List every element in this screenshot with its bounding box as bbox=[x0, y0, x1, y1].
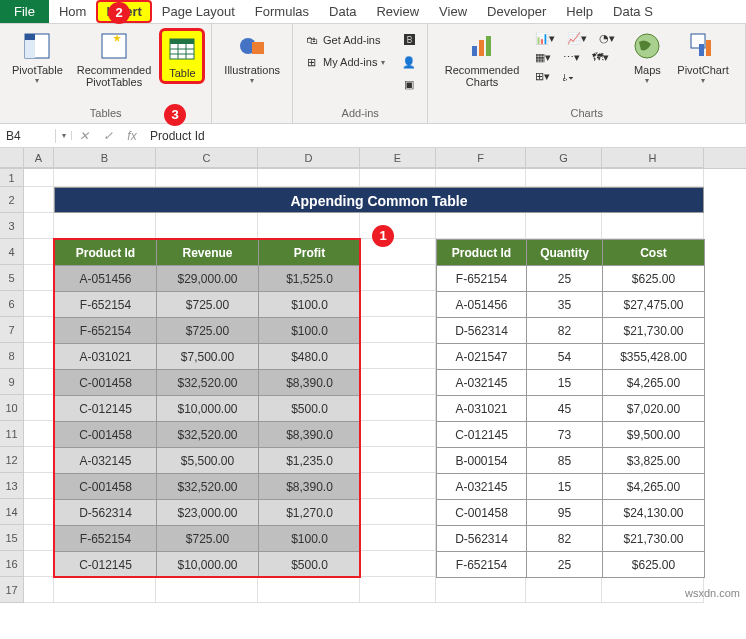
cells-area[interactable]: Appending Common Table Product Id Revenu… bbox=[24, 169, 746, 603]
col-header[interactable]: D bbox=[258, 148, 360, 168]
table-row[interactable]: C-012145$10,000.00$500.0 bbox=[55, 396, 361, 422]
menu-tab-view[interactable]: View bbox=[429, 0, 477, 23]
col-header[interactable]: G bbox=[526, 148, 602, 168]
row-header[interactable]: 4 bbox=[0, 239, 24, 265]
cancel-formula-button[interactable]: ✕ bbox=[72, 129, 96, 143]
row-header[interactable]: 16 bbox=[0, 551, 24, 577]
statistic-chart-button[interactable]: ⊞▾ bbox=[531, 68, 554, 85]
hierarchy-chart-button[interactable]: ▦▾ bbox=[531, 49, 555, 66]
menu-tab-formulas[interactable]: Formulas bbox=[245, 0, 319, 23]
row-header[interactable]: 14 bbox=[0, 499, 24, 525]
table-cell: $4,265.00 bbox=[603, 474, 705, 500]
pivotchart-button[interactable]: PivotChart ▾ bbox=[671, 28, 734, 87]
line-chart-button[interactable]: 📈▾ bbox=[563, 30, 591, 47]
table-row[interactable]: F-652154$725.00$100.0 bbox=[55, 526, 361, 552]
table-row[interactable]: A-03214515$4,265.00 bbox=[437, 474, 705, 500]
col-header[interactable]: C bbox=[156, 148, 258, 168]
table-row[interactable]: C-001458$32,520.00$8,390.0 bbox=[55, 370, 361, 396]
table-row[interactable]: F-652154$725.00$100.0 bbox=[55, 292, 361, 318]
menu-tab-help[interactable]: Help bbox=[556, 0, 603, 23]
row-header[interactable]: 1 bbox=[0, 169, 24, 187]
col-header[interactable]: A bbox=[24, 148, 54, 168]
map-chart-button[interactable]: 🗺▾ bbox=[588, 49, 613, 66]
table-row[interactable]: C-01214573$9,500.00 bbox=[437, 422, 705, 448]
pivottable-button[interactable]: PivotTable ▾ bbox=[6, 28, 69, 87]
table-row[interactable]: C-012145$10,000.00$500.0 bbox=[55, 552, 361, 578]
row-header[interactable]: 15 bbox=[0, 525, 24, 551]
table-row[interactable]: F-652154$725.00$100.0 bbox=[55, 318, 361, 344]
col-header[interactable]: F bbox=[436, 148, 526, 168]
table-row[interactable]: D-56231482$21,730.00 bbox=[437, 526, 705, 552]
menu-tab-review[interactable]: Review bbox=[366, 0, 429, 23]
table-cell: 45 bbox=[527, 396, 603, 422]
col-header[interactable]: H bbox=[602, 148, 704, 168]
maps-button[interactable]: Maps ▾ bbox=[625, 28, 669, 87]
table-row[interactable]: A-05145635$27,475.00 bbox=[437, 292, 705, 318]
bing-maps-button[interactable]: 🅱 bbox=[397, 30, 421, 50]
table-row[interactable]: D-562314$23,000.00$1,270.0 bbox=[55, 500, 361, 526]
table-row[interactable]: B-00015485$3,825.00 bbox=[437, 448, 705, 474]
col-header[interactable]: B bbox=[54, 148, 156, 168]
select-all-corner[interactable] bbox=[0, 148, 24, 168]
recommended-pivottables-button[interactable]: Recommended PivotTables bbox=[71, 28, 158, 90]
table-row[interactable]: A-02154754$355,428.00 bbox=[437, 344, 705, 370]
table-1[interactable]: Product Id Revenue Profit A-051456$29,00… bbox=[54, 239, 361, 578]
table-row[interactable]: C-00145895$24,130.00 bbox=[437, 500, 705, 526]
table-row[interactable]: A-032145$5,500.00$1,235.0 bbox=[55, 448, 361, 474]
table1-header: Revenue bbox=[157, 240, 259, 266]
table-row[interactable]: A-031021$7,500.00$480.0 bbox=[55, 344, 361, 370]
row-header[interactable]: 11 bbox=[0, 421, 24, 447]
menu-tab-developer[interactable]: Developer bbox=[477, 0, 556, 23]
fx-button[interactable]: fx bbox=[120, 129, 144, 143]
table-row[interactable]: C-001458$32,520.00$8,390.0 bbox=[55, 474, 361, 500]
recommended-pivottables-icon bbox=[98, 30, 130, 62]
my-addins-button[interactable]: ⊞My Add-ins ▾ bbox=[299, 52, 389, 72]
row-header[interactable]: 5 bbox=[0, 265, 24, 291]
formula-input[interactable]: Product Id bbox=[144, 129, 746, 143]
combo-chart-button[interactable]: ⫰▾ bbox=[558, 68, 578, 85]
table-row[interactable]: D-56231482$21,730.00 bbox=[437, 318, 705, 344]
row-header[interactable]: 13 bbox=[0, 473, 24, 499]
table-cell: D-562314 bbox=[437, 526, 527, 552]
table-row[interactable]: A-051456$29,000.00$1,525.0 bbox=[55, 266, 361, 292]
table-row[interactable]: A-03214515$4,265.00 bbox=[437, 370, 705, 396]
recommended-charts-button[interactable]: Recommended Charts bbox=[439, 28, 526, 90]
chevron-down-icon: ▾ bbox=[645, 76, 649, 85]
enter-formula-button[interactable]: ✓ bbox=[96, 129, 120, 143]
table-cell: 82 bbox=[527, 318, 603, 344]
table-2[interactable]: Product Id Quantity Cost F-65215425$625.… bbox=[436, 239, 705, 578]
row-header[interactable]: 3 bbox=[0, 213, 24, 239]
table-button[interactable]: Table bbox=[159, 28, 205, 84]
row-header[interactable]: 12 bbox=[0, 447, 24, 473]
table-cell: $32,520.00 bbox=[157, 422, 259, 448]
menu-tab-page-layout[interactable]: Page Layout bbox=[152, 0, 245, 23]
scatter-chart-button[interactable]: ⋯▾ bbox=[559, 49, 584, 66]
table-row[interactable]: A-03102145$7,020.00 bbox=[437, 396, 705, 422]
table-cell: 15 bbox=[527, 474, 603, 500]
table-row[interactable]: C-001458$32,520.00$8,390.0 bbox=[55, 422, 361, 448]
visio-button[interactable]: ▣ bbox=[397, 74, 421, 94]
col-header[interactable]: E bbox=[360, 148, 436, 168]
row-header[interactable]: 10 bbox=[0, 395, 24, 421]
people-graph-button[interactable]: 👤 bbox=[397, 52, 421, 72]
row-header[interactable]: 17 bbox=[0, 577, 24, 603]
row-header[interactable]: 9 bbox=[0, 369, 24, 395]
pie-chart-button[interactable]: ◔▾ bbox=[595, 30, 619, 47]
table-row[interactable]: F-65215425$625.00 bbox=[437, 266, 705, 292]
illustrations-button[interactable]: Illustrations ▾ bbox=[218, 28, 286, 87]
table-cell: $29,000.00 bbox=[157, 266, 259, 292]
row-header[interactable]: 8 bbox=[0, 343, 24, 369]
name-box[interactable]: B4 bbox=[0, 129, 56, 143]
row-header[interactable]: 7 bbox=[0, 317, 24, 343]
menu-tab-home[interactable]: Hom bbox=[49, 0, 96, 23]
name-box-dropdown[interactable]: ▾ bbox=[56, 131, 72, 140]
row-header[interactable]: 2 bbox=[0, 187, 24, 213]
get-addins-button[interactable]: 🛍Get Add-ins bbox=[299, 30, 389, 50]
ribbon-group-addins: 🛍Get Add-ins ⊞My Add-ins ▾ 🅱 👤 ▣ Add-ins bbox=[293, 24, 428, 123]
menu-tab-data[interactable]: Data bbox=[319, 0, 366, 23]
row-header[interactable]: 6 bbox=[0, 291, 24, 317]
column-chart-button[interactable]: 📊▾ bbox=[531, 30, 559, 47]
menu-tab-datastreamer[interactable]: Data S bbox=[603, 0, 663, 23]
menu-file[interactable]: File bbox=[0, 0, 49, 23]
table-row[interactable]: F-65215425$625.00 bbox=[437, 552, 705, 578]
